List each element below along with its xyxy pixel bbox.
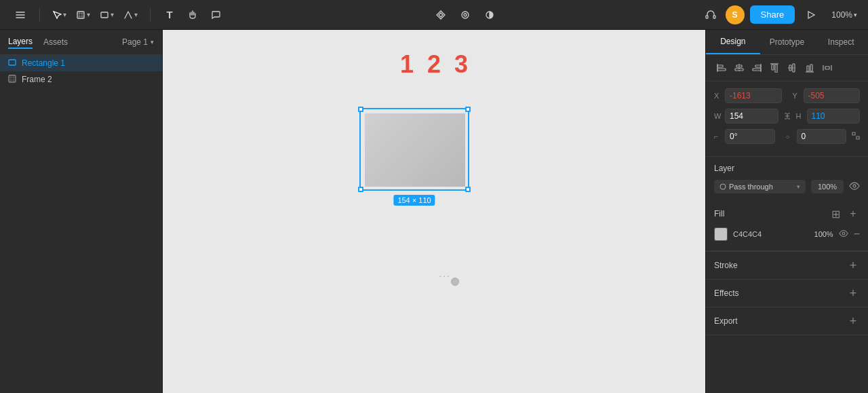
align-center-v-button[interactable] — [785, 60, 800, 75]
stroke-section: Stroke + — [706, 252, 868, 280]
w-value: 154 — [730, 111, 743, 121]
zoom-control[interactable]: 100% ▾ — [827, 7, 861, 22]
layer-visibility-button[interactable] — [849, 181, 860, 193]
effects-add-button[interactable]: + — [846, 286, 860, 300]
resize-mode-button[interactable] — [849, 132, 860, 142]
fill-items: C4C4C4 100% − — [706, 225, 868, 251]
tab-inspect[interactable]: Inspect — [814, 31, 868, 54]
h-label: H — [796, 112, 804, 120]
help-button[interactable] — [701, 5, 720, 24]
align-left-button[interactable] — [714, 60, 729, 75]
layer-item-rectangle-1[interactable]: Rectangle 1 — [0, 55, 162, 71]
xy-row: X -1613 Y -505 — [714, 88, 860, 103]
play-button[interactable] — [800, 4, 822, 26]
canvas-num-2: 2 — [427, 50, 441, 79]
hand-tool-button[interactable] — [182, 4, 203, 26]
top-toolbar: ▾ ▾ ▾ ▾ T — [0, 0, 868, 30]
layer-name: Rectangle 1 — [22, 58, 65, 68]
fill-opacity-value[interactable]: 100% — [814, 230, 833, 238]
position-size-section: X -1613 Y -505 W 154 H — [706, 81, 868, 157]
tab-design[interactable]: Design — [706, 30, 760, 54]
stroke-section-header[interactable]: Stroke + — [714, 252, 860, 279]
export-section-header[interactable]: Export + — [714, 307, 860, 335]
comment-tool-button[interactable] — [205, 4, 226, 26]
align-center-h-button[interactable] — [732, 60, 747, 75]
svg-rect-15 — [755, 65, 761, 67]
handle-top-right[interactable] — [465, 107, 471, 112]
toolbar-separator-1 — [39, 8, 40, 22]
align-right-button[interactable] — [749, 60, 764, 75]
svg-rect-5 — [706, 16, 708, 18]
fill-section-header: Fill ⊞ + — [706, 200, 868, 225]
y-label: Y — [793, 92, 801, 100]
share-button[interactable]: Share — [750, 5, 795, 24]
pen-tool-button[interactable]: ▾ — [119, 7, 142, 22]
selected-rectangle-container: 154 × 110 — [359, 108, 469, 191]
corner-input[interactable]: 0 — [797, 129, 847, 144]
svg-rect-24 — [807, 66, 809, 71]
canvas-controls-center — [232, 4, 698, 26]
rect-layer-icon — [8, 58, 18, 68]
corner-value: 0 — [802, 132, 806, 141]
tab-prototype[interactable]: Prototype — [760, 31, 814, 54]
panel-tabs: Layers Assets Page 1 ▾ — [0, 30, 162, 55]
y-value: -505 — [808, 91, 825, 100]
angle-input[interactable]: 0° — [725, 129, 775, 144]
angle-value: 0° — [730, 132, 737, 141]
svg-point-32 — [842, 232, 845, 235]
shape-tool-button[interactable]: ▾ — [96, 7, 118, 22]
handle-bottom-left[interactable] — [358, 187, 363, 192]
svg-rect-16 — [753, 69, 761, 71]
h-input[interactable]: 110 — [807, 109, 861, 124]
avatar[interactable]: S — [726, 5, 745, 24]
layer-item-frame-2[interactable]: Frame 2 — [0, 71, 162, 88]
page-selector[interactable]: Page 1 ▾ — [122, 37, 154, 47]
canvas-num-3: 3 — [454, 50, 468, 79]
x-input[interactable]: -1613 — [725, 88, 782, 103]
align-top-button[interactable] — [767, 60, 782, 75]
frame-layer-icon — [8, 75, 18, 84]
distribute-button[interactable] — [820, 60, 835, 75]
canvas-area[interactable]: 1 2 3 154 × 110 ··· — [163, 30, 705, 393]
handle-top-left[interactable] — [358, 107, 363, 112]
x-label: X — [714, 92, 722, 100]
svg-rect-7 — [9, 60, 16, 65]
fill-hex-value[interactable]: C4C4C4 — [733, 230, 809, 238]
svg-rect-25 — [810, 64, 812, 71]
fill-expand-button[interactable]: ⊞ — [829, 207, 842, 221]
blend-mode-selector[interactable]: Pass through ▾ — [714, 180, 806, 193]
canvas-dot — [451, 278, 459, 286]
menu-button[interactable] — [9, 4, 31, 26]
selection-border — [359, 108, 469, 191]
effects-section-header[interactable]: Effects + — [714, 280, 860, 307]
fill-item-0: C4C4C4 100% − — [714, 225, 860, 244]
fill-add-button[interactable]: + — [846, 207, 860, 221]
left-panel: Layers Assets Page 1 ▾ Rectangle 1Frame … — [0, 30, 163, 393]
canvas-overflow-indicator: ··· — [439, 270, 451, 281]
text-tool-button[interactable]: T — [159, 4, 180, 26]
fill-color-swatch[interactable] — [714, 227, 728, 241]
handle-bottom-right[interactable] — [465, 187, 471, 192]
components-button[interactable] — [430, 4, 452, 26]
angle-corner-row: ⌐ 0° ○ 0 — [714, 129, 860, 144]
align-bottom-button[interactable] — [802, 60, 817, 75]
contrast-button[interactable] — [479, 4, 500, 26]
tab-layers[interactable]: Layers — [8, 35, 33, 49]
svg-point-3 — [464, 14, 467, 16]
constrain-proportions-button[interactable] — [781, 111, 793, 121]
stroke-section-title: Stroke — [714, 261, 738, 270]
w-input[interactable]: 154 — [725, 109, 778, 124]
fill-remove-button[interactable]: − — [854, 228, 860, 240]
frame-tool-button[interactable]: ▾ — [72, 7, 94, 22]
tab-assets[interactable]: Assets — [43, 36, 68, 48]
selection-box[interactable]: 154 × 110 — [359, 108, 469, 191]
y-input[interactable]: -505 — [804, 88, 861, 103]
resources-button[interactable] — [454, 4, 476, 26]
export-section-title: Export — [714, 316, 738, 326]
stroke-add-button[interactable]: + — [846, 259, 860, 272]
alignment-row — [706, 55, 868, 81]
fill-visibility-button[interactable] — [839, 229, 848, 240]
select-tool-button[interactable]: ▾ — [48, 7, 71, 22]
export-add-button[interactable]: + — [846, 314, 860, 328]
opacity-input[interactable]: 100% — [811, 180, 844, 193]
